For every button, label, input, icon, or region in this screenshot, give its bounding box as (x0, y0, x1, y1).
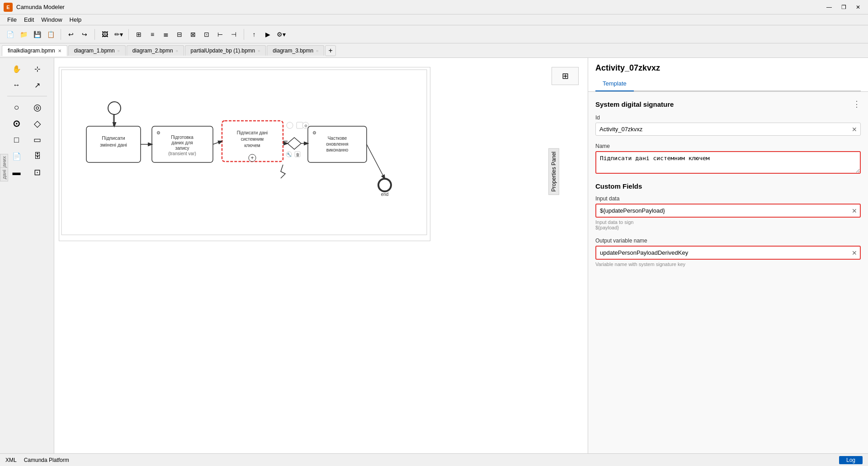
align-center-button[interactable]: ≡ (146, 28, 159, 41)
toolbar-insert-group: 🖼 ✏▾ (99, 28, 125, 41)
new-button[interactable]: 📄 (4, 28, 16, 41)
event-message-tool[interactable]: ◎ (28, 100, 47, 114)
svg-text:Підписати дані: Підписати дані (237, 130, 268, 135)
arrow-tool[interactable]: ↗ (28, 78, 47, 92)
event-start-tool[interactable]: ⊙ (7, 116, 26, 131)
tab-label: diagram_2.bpmn (132, 48, 173, 54)
input-data-field-group: Input data ✕ Input data to sign${payload… (595, 195, 861, 230)
custom-fields-header: Custom Fields (595, 182, 861, 190)
id-clear-button[interactable]: ✕ (852, 126, 857, 133)
tab-partialupdate[interactable]: partialUpdate_bp (1).bpmn ○ (185, 45, 266, 56)
output-variable-hint: Variable name with system signature key (595, 262, 861, 267)
align-bottom-button[interactable]: ⊡ (200, 28, 213, 41)
undo-button[interactable]: ↩ (65, 28, 77, 41)
svg-text:даних для: даних для (171, 140, 193, 145)
redo-button[interactable]: ↪ (78, 28, 91, 41)
tool-row-7: ▬ ⊡ (7, 165, 47, 180)
toolbar-separator-4 (244, 29, 244, 40)
bpmn-diagram[interactable]: Підписати змінені дані ⚙ Підготовка дани… (59, 67, 430, 239)
save-button[interactable]: 💾 (31, 28, 43, 41)
send-task-tool[interactable]: ▭ (28, 133, 47, 147)
main-area: ✋ ⊹ ↔ ↗ ○ ◎ ⊙ ◇ □ ▭ 📄 🗄 ▬ ⊡ даних дан (0, 58, 868, 453)
toolbar-deploy-group: ↑ ▶ ⚙▾ (248, 28, 288, 41)
tab-diagram2[interactable]: diagram_2.bpmn ○ (127, 45, 184, 56)
align-left-button[interactable]: ⊞ (132, 28, 145, 41)
menu-file[interactable]: File (4, 15, 20, 24)
menu-help[interactable]: Help (66, 15, 85, 24)
output-variable-input[interactable] (595, 246, 861, 260)
subprocess-tool[interactable]: ▬ (7, 165, 26, 180)
gateway-tool[interactable]: ◇ (28, 116, 47, 131)
menu-window[interactable]: Window (38, 15, 66, 24)
input-data-wrapper: ✕ (595, 204, 861, 218)
input-data-input[interactable] (595, 204, 861, 218)
id-input-wrapper: ✕ (595, 123, 861, 136)
minimap[interactable]: ⊞ (552, 67, 579, 85)
app-icon: E (4, 3, 13, 12)
svg-text:оновлення: оновлення (326, 142, 349, 147)
svg-point-37 (378, 179, 391, 191)
id-label: Id (595, 114, 861, 121)
properties-panel: Properties Panel Activity_07zkvxz Templa… (588, 58, 868, 453)
close-button[interactable]: ✕ (852, 3, 864, 12)
tab-template[interactable]: Template (595, 76, 634, 91)
custom-fields-title: Custom Fields (595, 182, 642, 190)
deploy-button[interactable]: ↑ (248, 28, 260, 41)
distribute-h-button[interactable]: ⊢ (214, 28, 226, 41)
properties-panel-tab[interactable]: Properties Panel (548, 148, 559, 195)
toolbox-separator (7, 96, 47, 96)
output-variable-clear-button[interactable]: ✕ (852, 249, 857, 257)
run-button[interactable]: ▶ (261, 28, 274, 41)
input-data-hint: Input data to sign${payload} (595, 219, 861, 230)
tab-diagram1[interactable]: diagram_1.bpmn ○ (68, 45, 126, 56)
export-button[interactable]: 📋 (44, 28, 57, 41)
tab-label: diagram_1.bpmn (74, 48, 115, 54)
open-button[interactable]: 📁 (17, 28, 30, 41)
menu-edit[interactable]: Edit (20, 15, 38, 24)
maximize-button[interactable]: ❐ (837, 3, 850, 12)
svg-text:виконанно: виконанно (326, 147, 349, 152)
statusbar-left: XML Camunda Platform (5, 457, 69, 463)
section-menu-button[interactable]: ⋮ (853, 99, 861, 109)
config-button[interactable]: ⚙▾ (275, 28, 288, 41)
canvas[interactable]: ⊞ Підписати змінені дані ⚙ Підготовка (54, 58, 588, 453)
distribute-v-button[interactable]: ⊣ (227, 28, 240, 41)
svg-rect-21 (297, 122, 303, 128)
svg-text:🔧: 🔧 (287, 152, 292, 157)
align-middle-button[interactable]: ⊠ (187, 28, 199, 41)
panel-tabs: Template (595, 76, 861, 91)
add-tab-button[interactable]: + (325, 45, 336, 56)
task-tool[interactable]: □ (7, 133, 26, 147)
log-button[interactable]: Log (839, 456, 863, 464)
activity-id-title: Activity_07zkvxz (595, 63, 861, 73)
tool-row-1: ✋ ⊹ (7, 62, 47, 76)
tool-row-3: ○ ◎ (7, 100, 47, 114)
tab-finalkdiagram[interactable]: finalkdiagram.bpmn ✕ (2, 45, 67, 56)
script-tool[interactable]: 📄 (7, 149, 26, 163)
id-field-group: Id ✕ (595, 114, 861, 136)
edit-button[interactable]: ✏▾ (112, 28, 125, 41)
tool-row-5: □ ▭ (7, 133, 47, 147)
event-none-tool[interactable]: ○ (7, 100, 26, 114)
tab-diagram3[interactable]: diagram_3.bpmn ○ (267, 45, 324, 56)
minimize-button[interactable]: — (823, 3, 835, 12)
align-right-button[interactable]: ≣ (160, 28, 172, 41)
name-textarea[interactable] (595, 151, 861, 174)
id-input[interactable] (595, 123, 861, 136)
svg-point-1 (108, 102, 121, 114)
hand-tool[interactable]: ✋ (7, 62, 26, 76)
minimap-icon: ⊞ (562, 71, 569, 81)
xml-label[interactable]: XML (5, 457, 17, 463)
tab-close-icon[interactable]: ✕ (58, 48, 61, 53)
align-top-button[interactable]: ⊟ (173, 28, 186, 41)
marquee-tool[interactable]: ⊹ (28, 62, 47, 76)
call-activity-tool[interactable]: ⊡ (28, 165, 47, 180)
image-button[interactable]: 🖼 (99, 28, 111, 41)
input-data-clear-button[interactable]: ✕ (852, 207, 857, 214)
data-store-tool[interactable]: 🗄 (28, 149, 47, 163)
diagram-area[interactable]: Підписати змінені дані ⚙ Підготовка дани… (59, 67, 430, 241)
section-header: System digital signature ⋮ (595, 99, 861, 109)
svg-point-20 (287, 122, 293, 128)
connect-tool[interactable]: ↔ (7, 78, 26, 92)
tab-label: diagram_3.bpmn (273, 48, 313, 54)
